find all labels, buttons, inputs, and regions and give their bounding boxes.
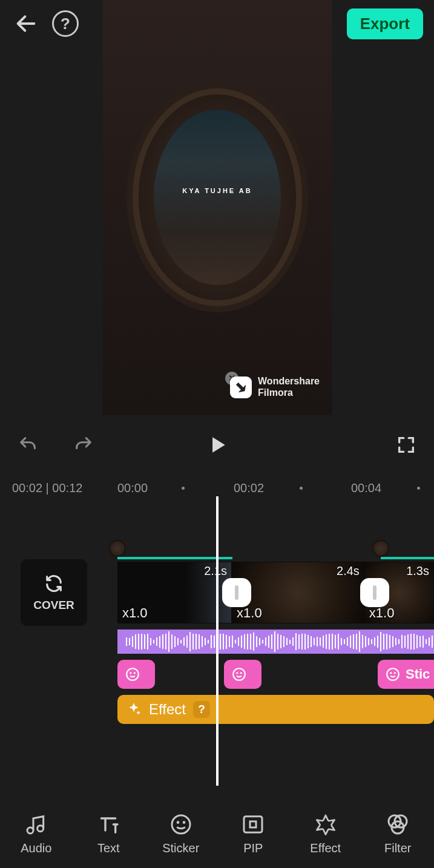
bottom-toolbar: Audio Text Sticker PIP Effect Filter: [0, 799, 434, 868]
sticker-icon: [169, 812, 193, 837]
sticker-face-icon: [231, 666, 247, 682]
ruler-tick: 00:00: [117, 481, 148, 495]
svg-point-10: [176, 821, 179, 824]
keyframe-segment: [381, 557, 434, 559]
svg-point-5: [240, 672, 242, 674]
svg-point-9: [172, 815, 190, 833]
tool-pip[interactable]: PIP: [220, 812, 286, 855]
keyframe-segment: [117, 557, 232, 559]
effect-label: Effect: [149, 701, 186, 718]
help-button[interactable]: ?: [52, 10, 79, 37]
svg-point-6: [387, 668, 399, 680]
watermark[interactable]: ✕ Wondershare Filmora: [230, 376, 320, 398]
fullscreen-icon: [396, 435, 416, 455]
sticker-clip[interactable]: [224, 660, 261, 689]
filmora-logo-icon: [230, 376, 252, 398]
sticker-label: Stic: [406, 666, 430, 682]
time-position: 00:02 | 00:12: [12, 481, 82, 495]
effect-track[interactable]: Effect ?: [117, 695, 434, 724]
tool-filter[interactable]: Filter: [364, 812, 431, 855]
fullscreen-button[interactable]: [394, 433, 418, 457]
effect-help-badge[interactable]: ?: [193, 701, 210, 718]
keyframe-marker[interactable]: [372, 540, 389, 557]
overlay-caption: KYA TUJHE AB: [154, 187, 281, 194]
transition-icon: [235, 585, 238, 600]
svg-point-0: [127, 668, 139, 680]
playback-controls: [0, 424, 434, 466]
audio-waveform: [126, 630, 434, 654]
refresh-icon: [44, 573, 64, 594]
tool-audio[interactable]: Audio: [3, 812, 70, 855]
redo-button[interactable]: [71, 433, 96, 457]
svg-point-2: [134, 672, 136, 674]
back-button[interactable]: [11, 8, 41, 39]
tool-label: Audio: [21, 841, 51, 855]
clip-speed: x1.0: [122, 605, 148, 621]
svg-point-11: [182, 821, 185, 824]
play-button[interactable]: [206, 433, 229, 456]
audio-icon: [24, 812, 48, 837]
ruler-tick: 00:04: [351, 481, 381, 495]
sparkle-icon: [126, 702, 142, 717]
tool-effect[interactable]: Effect: [292, 812, 359, 855]
pip-icon: [241, 812, 265, 837]
transition-button[interactable]: [222, 578, 251, 607]
clip-duration: 2.4s: [337, 564, 360, 578]
cover-button[interactable]: COVER: [21, 559, 87, 626]
tool-text[interactable]: Text: [75, 812, 142, 855]
keyframe-marker[interactable]: [109, 540, 126, 557]
svg-point-7: [390, 672, 392, 674]
mirror-scene: KYA TUJHE AB: [154, 110, 281, 285]
ruler-dot: [182, 487, 185, 490]
play-icon: [206, 433, 229, 456]
redo-icon: [73, 435, 94, 455]
video-preview[interactable]: KYA TUJHE AB ✕ Wondershare Filmora: [103, 0, 332, 415]
clip-speed: x1.0: [237, 605, 262, 621]
svg-point-1: [130, 672, 131, 674]
tool-label: Sticker: [162, 841, 199, 855]
cover-label: COVER: [33, 599, 74, 612]
ruler-tick: 00:02: [234, 481, 264, 495]
tool-sticker[interactable]: Sticker: [148, 812, 214, 855]
clip[interactable]: 2.1s x1.0: [117, 562, 232, 623]
filter-icon: [386, 812, 410, 837]
ruler-dot: [300, 487, 303, 490]
svg-point-8: [394, 672, 396, 674]
svg-rect-13: [250, 821, 256, 827]
audio-track[interactable]: [117, 630, 434, 654]
timeline-ruler[interactable]: 00:02 | 00:12 00:00 00:02 00:04: [0, 477, 434, 499]
ruler-dot: [417, 487, 420, 490]
sticker-face-icon: [385, 666, 401, 682]
svg-point-3: [233, 668, 245, 680]
tool-label: Effect: [310, 841, 341, 855]
svg-point-4: [236, 672, 238, 674]
playhead[interactable]: [216, 496, 219, 786]
sticker-clip[interactable]: [117, 660, 155, 689]
clip-duration: 1.3s: [406, 564, 429, 578]
transition-button[interactable]: [360, 578, 389, 607]
arrow-left-icon: [14, 12, 38, 36]
tool-label: Filter: [384, 841, 411, 855]
svg-rect-12: [244, 816, 262, 832]
transition-icon: [373, 585, 376, 600]
clip-speed: x1.0: [369, 605, 395, 621]
effect-icon: [314, 812, 338, 837]
clip-track[interactable]: 2.1s x1.0 2.4s x1.0 1.3s x1.0 +: [117, 562, 434, 623]
tool-label: Text: [97, 841, 120, 855]
sticker-clip[interactable]: Stic: [378, 660, 434, 689]
export-button[interactable]: Export: [347, 8, 423, 39]
watermark-text: Wondershare Filmora: [258, 376, 320, 398]
sticker-face-icon: [125, 666, 140, 682]
undo-button[interactable]: [16, 433, 40, 457]
text-icon: [96, 812, 120, 837]
clip[interactable]: 2.4s x1.0: [232, 562, 364, 623]
mirror-frame: KYA TUJHE AB: [139, 94, 296, 300]
keyframe-row[interactable]: [117, 540, 434, 559]
tool-label: PIP: [243, 841, 263, 855]
sticker-track[interactable]: Stic: [117, 660, 434, 689]
undo-icon: [18, 435, 38, 455]
